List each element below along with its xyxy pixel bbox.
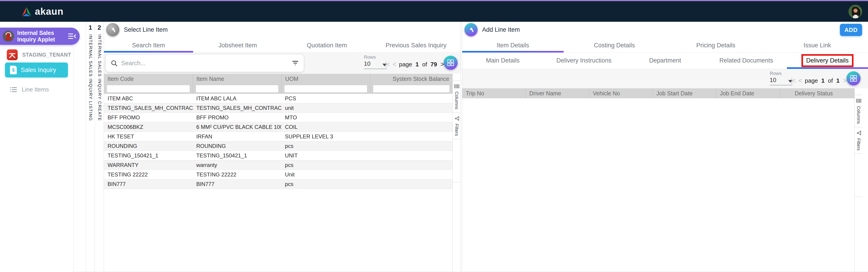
- subtab-main-details[interactable]: Main Details: [462, 53, 543, 69]
- page-title: Add Line Item: [482, 26, 520, 33]
- filters-label: Filters: [454, 124, 459, 136]
- item-details-sub-tabs: Main Details Delivery Instructions Depar…: [462, 53, 868, 69]
- table-filter-row: [104, 84, 453, 94]
- back-button[interactable]: [464, 23, 477, 36]
- tab-quotation-item[interactable]: Quotation Item: [282, 38, 372, 52]
- tab-previous-sales-inquiry[interactable]: Previous Sales Inquiry: [371, 38, 461, 52]
- prev-page-button[interactable]: <: [393, 61, 396, 68]
- tab-search-item[interactable]: Search Item: [104, 38, 193, 52]
- cell-item-name: IRFAN: [193, 133, 281, 140]
- subtab-delivery-details[interactable]: Delivery Details: [787, 53, 868, 69]
- line-items-label: Line Items: [22, 86, 49, 93]
- rows-label: Rows: [364, 54, 386, 60]
- column-header[interactable]: System Stock Balance: [370, 74, 453, 84]
- workspace-tab-listing[interactable]: 1 INTERNAL SALES INQUIRY LISTING: [86, 22, 95, 272]
- table-row[interactable]: WARRANTY warranty pcs: [104, 160, 453, 170]
- filters-side-tab[interactable]: Filters: [453, 113, 461, 139]
- sidebar-applet-header[interactable]: Internal Sales Inquiry Applet: [0, 28, 80, 45]
- table-row[interactable]: ROUNDING ROUNDING pcs: [104, 141, 453, 151]
- column-header[interactable]: Job End Date: [716, 88, 780, 98]
- cell-uom: unit: [281, 105, 370, 111]
- tab-item-details[interactable]: Item Details: [462, 38, 564, 52]
- page-word: page: [805, 77, 818, 84]
- cell-item-name: ROUNDING: [193, 143, 281, 149]
- table-row[interactable]: TESTING_150421_1 TESTING_150421_1 UNIT: [104, 151, 453, 160]
- tab-pricing-details[interactable]: Pricing Details: [665, 38, 767, 52]
- left-panel-side-strip: Columns Filters: [453, 74, 461, 272]
- rows-value: 10: [770, 77, 776, 84]
- grid-view-button[interactable]: [444, 56, 458, 70]
- column-filter-input[interactable]: [196, 85, 279, 93]
- columns-side-tab[interactable]: Columns: [855, 95, 863, 127]
- cell-uom: PCS: [281, 95, 370, 102]
- right-panel-tabs: Item Details Costing Details Pricing Det…: [462, 38, 868, 53]
- prev-page-button[interactable]: <: [799, 77, 801, 84]
- total-pages: 1: [836, 77, 839, 84]
- rows-select[interactable]: 10: [770, 77, 793, 85]
- search-input[interactable]: [121, 60, 288, 67]
- table-row[interactable]: BFF PROMO BFF PROMO MTO: [104, 113, 453, 122]
- subtab-department[interactable]: Department: [625, 53, 706, 69]
- cell-item-name: BFF PROMO: [193, 114, 281, 121]
- table-row[interactable]: TESTING 22222 TESTING 22222 Unit: [104, 170, 453, 179]
- user-avatar[interactable]: [848, 5, 862, 18]
- delivery-details-table: Trip No Driver Name Vehicle No Job Start…: [462, 88, 855, 272]
- first-page-button[interactable]: |<: [385, 61, 389, 68]
- add-button[interactable]: ADD: [840, 24, 862, 36]
- subtab-delivery-instructions[interactable]: Delivery Instructions: [543, 53, 624, 69]
- tab-jobsheet-item[interactable]: Jobsheet Item: [193, 38, 282, 52]
- next-page-button[interactable]: >: [440, 61, 443, 68]
- search-icon: [111, 60, 118, 67]
- sidebar-item-sales-inquiry[interactable]: $ Sales Inquiry: [5, 62, 68, 78]
- cell-item-name: TESTING 22222: [193, 172, 281, 178]
- table-row[interactable]: ITEM ABC ITEM ABC LALA PCS: [104, 94, 453, 103]
- rows-select[interactable]: 10: [364, 60, 386, 69]
- workspace-tab-label: INTERNAL SALES INQUIRY CREATE: [97, 34, 102, 121]
- columns-side-tab[interactable]: Columns: [453, 81, 461, 113]
- rows-per-page: Rows 10: [364, 54, 386, 69]
- annotation-highlight-box: Delivery Details: [801, 54, 854, 67]
- column-header[interactable]: Item Code: [104, 74, 193, 84]
- filter-list-icon[interactable]: [292, 60, 299, 66]
- first-page-button[interactable]: |<: [791, 77, 795, 84]
- cell-uom: COIL: [281, 124, 370, 130]
- workspace-tab-create[interactable]: 2 INTERNAL SALES INQUIRY CREATE: [95, 22, 104, 272]
- cell-item-code: ROUNDING: [104, 143, 193, 149]
- column-filter-input[interactable]: [373, 85, 450, 93]
- tab-costing-details[interactable]: Costing Details: [564, 38, 665, 52]
- subtab-related-documents[interactable]: Related Documents: [706, 53, 787, 69]
- sidebar-item-tenant[interactable]: STAGING_TENANT: [7, 49, 71, 60]
- column-header[interactable]: Driver Name: [526, 88, 589, 98]
- cell-item-code: BIN777: [104, 181, 193, 187]
- tab-issue-link[interactable]: Issue Link: [767, 38, 868, 52]
- table-header-row: Item Code Item Name UOM System Stock Bal…: [104, 74, 453, 84]
- column-header[interactable]: Vehicle No: [589, 88, 653, 98]
- sales-inquiry-document-icon: $: [10, 66, 17, 74]
- grid-view-button[interactable]: [846, 71, 861, 85]
- column-filter-input[interactable]: [284, 85, 367, 93]
- table-row[interactable]: TESTING_SALES_MH_CONTRACT TESTING_SALES_…: [104, 103, 453, 113]
- column-header[interactable]: UOM: [281, 74, 370, 84]
- side-strip-spacer: [855, 88, 863, 95]
- cell-item-code: TESTING_150421_1: [104, 152, 193, 159]
- table-row[interactable]: HK TESET IRFAN SUPPLER LEVEL 3: [104, 132, 453, 141]
- sidebar-item-line-items[interactable]: Line Items: [10, 86, 49, 93]
- table-row[interactable]: MCSC006BKZ 6 MM² CU/PVC BLACK CABLE 100M…: [104, 122, 453, 132]
- back-button[interactable]: [106, 23, 119, 36]
- applet-title: Internal Sales Inquiry Applet: [17, 30, 55, 43]
- add-line-item-panel: Add Line Item ADD Item Details Costing D…: [462, 22, 868, 272]
- next-page-button[interactable]: >: [843, 77, 846, 84]
- column-header[interactable]: Delivery Status: [780, 88, 855, 98]
- column-header[interactable]: Trip No: [462, 88, 526, 98]
- column-header[interactable]: Job Start Date: [653, 88, 716, 98]
- page-word: page: [399, 61, 412, 68]
- sidebar-collapse-icon[interactable]: [67, 32, 76, 41]
- table-header-row: Trip No Driver Name Vehicle No Job Start…: [462, 88, 855, 98]
- current-page: 1: [415, 61, 419, 68]
- column-filter-input[interactable]: [107, 85, 190, 93]
- column-header[interactable]: Item Name: [193, 74, 281, 84]
- left-panel-tabs: Search Item Jobsheet Item Quotation Item…: [104, 38, 461, 53]
- table-row[interactable]: BIN777 BIN777 pcs: [104, 179, 453, 189]
- filters-side-tab[interactable]: Filters: [855, 127, 863, 154]
- table-empty-space: [104, 189, 453, 272]
